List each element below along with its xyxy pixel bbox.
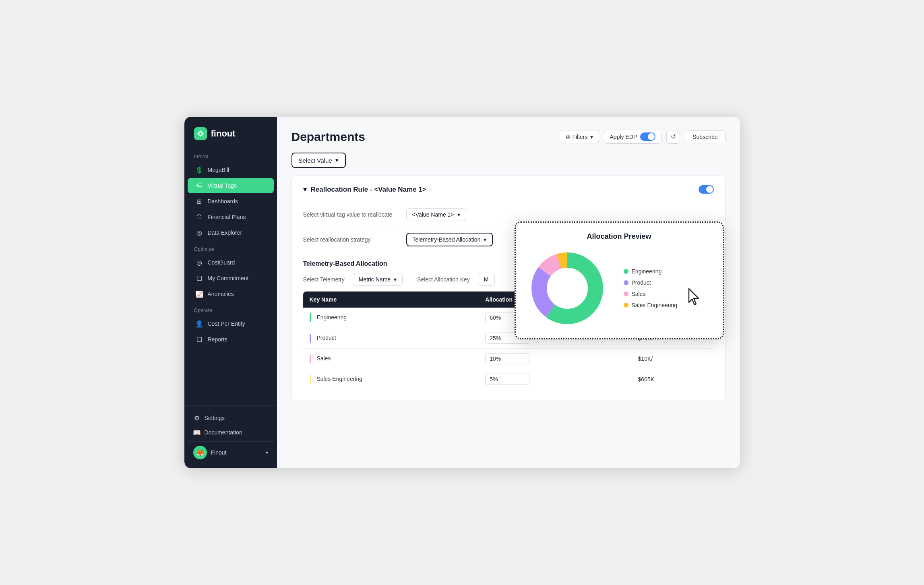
reset-icon: ↺ xyxy=(671,133,676,141)
sidebar-item-costguard[interactable]: ◎ CostGuard xyxy=(188,255,274,270)
strategy-select[interactable]: Telemetry-Based Allocation ▾ xyxy=(406,233,493,246)
chevron-down-icon: ▾ xyxy=(266,450,268,455)
row-color-indicator xyxy=(310,354,311,363)
logo: finout xyxy=(184,117,277,148)
sidebar-item-documentation[interactable]: 📖 Documentation xyxy=(188,425,274,440)
chevron-down-icon: ▾ xyxy=(484,236,486,243)
apply-edp-toggle: Apply EDP xyxy=(604,130,662,144)
sidebar-item-data-explorer[interactable]: ◎ Data Explorer xyxy=(188,225,274,240)
allocation-key-select[interactable]: M xyxy=(478,273,495,286)
table-row: Sales $10K/ xyxy=(303,349,714,369)
dollar-icon: 💲 xyxy=(196,166,203,174)
section-label-operate: Operate xyxy=(184,302,277,316)
donut-chart xyxy=(527,248,616,329)
telemetry-select[interactable]: Metric Name ▾ xyxy=(353,273,403,286)
toggle-knob xyxy=(648,133,655,140)
row-color-indicator xyxy=(310,334,311,343)
sidebar-item-dashboards[interactable]: ⊞ Dashboards xyxy=(188,194,274,209)
logo-icon xyxy=(194,127,207,140)
legend-dot-sales xyxy=(624,291,628,296)
header-actions: ⧉ Filters ▾ Apply EDP ↺ Subscribe xyxy=(560,130,725,144)
sidebar-item-financial-plans[interactable]: ⏱ Financial Plans xyxy=(188,209,274,225)
legend-dot-engineering xyxy=(624,269,628,274)
legend-sales-engineering: Sales Engineering xyxy=(624,302,678,308)
rule-title: ▾ Reallocation Rule - <Value Name 1> xyxy=(303,185,426,194)
chart-legend: Engineering Product Sales Sales Engineer… xyxy=(624,268,678,308)
chevron-down-icon: ▾ xyxy=(590,134,593,140)
cursor-arrow xyxy=(686,287,703,309)
filters-button[interactable]: ⧉ Filters ▾ xyxy=(560,130,599,143)
sidebar-section-optimize: Optimize ◎ CostGuard ☐ My Commitment 📈 A… xyxy=(184,241,277,302)
sidebar-item-cost-per-entity[interactable]: 👤 Cost Per Entity xyxy=(188,316,274,331)
legend-sales: Sales xyxy=(624,291,678,297)
avatar: 🦊 xyxy=(193,446,207,459)
subscribe-button[interactable]: Subscribe xyxy=(685,130,725,143)
clock-icon: ⏱ xyxy=(196,213,203,221)
sidebar: finout Inform 💲 MegaBill 🏷 Virtual Tags … xyxy=(184,117,277,468)
legend-dot-product xyxy=(624,280,628,285)
col-key-name: Key Name xyxy=(303,291,479,308)
chevron-down-icon: ▾ xyxy=(335,157,339,164)
user-icon: 👤 xyxy=(196,320,203,327)
cell-cost: $605K xyxy=(632,369,714,390)
sidebar-item-anomalies[interactable]: 📈 Anomalies xyxy=(188,286,274,302)
sidebar-item-settings[interactable]: ⚙ Settings xyxy=(188,411,274,425)
tag-icon: 🏷 xyxy=(196,182,203,189)
svg-point-5 xyxy=(547,268,587,308)
cell-key-name: Engineering xyxy=(303,308,479,328)
report-icon: ☐ xyxy=(196,336,203,343)
reset-button[interactable]: ↺ xyxy=(666,130,680,144)
rule-toggle-switch[interactable] xyxy=(699,185,714,194)
page-header: Departments ⧉ Filters ▾ Apply EDP ↺ Subs… xyxy=(291,130,726,144)
filter-icon: ⧉ xyxy=(566,133,570,140)
allocation-input[interactable] xyxy=(485,353,529,364)
sidebar-section-operate: Operate 👤 Cost Per Entity ☐ Reports xyxy=(184,302,277,347)
edp-toggle-switch[interactable] xyxy=(640,132,655,141)
cell-allocation[interactable] xyxy=(479,349,631,369)
cell-allocation[interactable] xyxy=(479,369,631,390)
cell-key-name: Sales Engineering xyxy=(303,369,479,390)
book-icon: 📖 xyxy=(193,429,201,436)
chevron-down-icon: ▾ xyxy=(303,185,307,194)
legend-dot-sales-engineering xyxy=(624,303,628,308)
chevron-down-icon: ▾ xyxy=(394,276,397,283)
preview-title: Allocation Preview xyxy=(527,232,711,241)
sidebar-item-reports[interactable]: ☐ Reports xyxy=(188,332,274,347)
settings-icon: ⚙ xyxy=(193,414,201,422)
legend-engineering: Engineering xyxy=(624,268,678,275)
grid-icon: ⊞ xyxy=(196,198,203,205)
row-color-indicator xyxy=(310,375,311,384)
virtual-tag-select[interactable]: <Value Name 1> ▾ xyxy=(406,208,466,221)
select-value-row: Select Value ▾ xyxy=(291,153,726,168)
cell-key-name: Sales xyxy=(303,349,479,369)
sidebar-item-megabill[interactable]: 💲 MegaBill xyxy=(188,162,274,178)
main-content: Departments ⧉ Filters ▾ Apply EDP ↺ Subs… xyxy=(277,117,740,468)
chart-icon: 📈 xyxy=(196,290,203,298)
circle-icon: ◎ xyxy=(196,229,203,236)
commitment-icon: ☐ xyxy=(196,275,203,282)
logo-text: finout xyxy=(211,128,236,139)
page-title: Departments xyxy=(291,130,365,144)
rule-header: ▾ Reallocation Rule - <Value Name 1> xyxy=(303,185,714,194)
toggle-knob xyxy=(706,186,713,193)
legend-product: Product xyxy=(624,279,678,286)
allocation-preview-popup: Allocation Preview xyxy=(515,221,724,339)
chevron-down-icon: ▾ xyxy=(457,211,460,218)
select-value-button[interactable]: Select Value ▾ xyxy=(291,153,346,168)
cell-cost: $10K/ xyxy=(632,349,714,369)
table-row: Sales Engineering $605K xyxy=(303,369,714,390)
sidebar-item-virtual-tags[interactable]: 🏷 Virtual Tags xyxy=(188,178,274,193)
preview-body: Engineering Product Sales Sales Engineer… xyxy=(527,248,711,329)
shield-icon: ◎ xyxy=(196,259,203,266)
allocation-input[interactable] xyxy=(485,374,529,385)
section-label-optimize: Optimize xyxy=(184,241,277,254)
sidebar-section-inform: Inform 💲 MegaBill 🏷 Virtual Tags ⊞ Dashb… xyxy=(184,148,277,241)
section-label-inform: Inform xyxy=(184,148,277,162)
user-menu[interactable]: 🦊 Finout ▾ xyxy=(188,441,274,463)
cell-key-name: Product xyxy=(303,328,479,349)
sidebar-item-my-commitment[interactable]: ☐ My Commitment xyxy=(188,271,274,286)
row-color-indicator xyxy=(310,313,311,322)
sidebar-footer: ⚙ Settings 📖 Documentation 🦊 Finout ▾ xyxy=(184,405,277,468)
